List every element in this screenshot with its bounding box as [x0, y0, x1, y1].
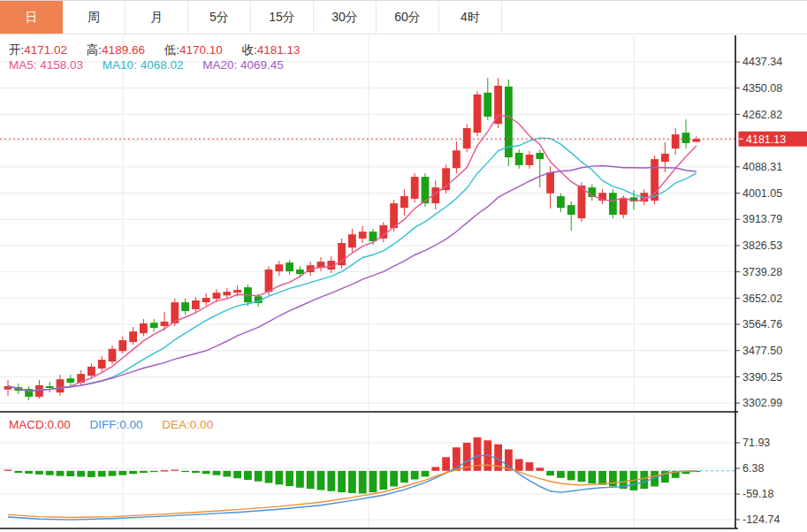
svg-text:3390.25: 3390.25 [742, 371, 782, 384]
macd-label: MACD: [9, 418, 48, 431]
ma20-label: MA20: [202, 58, 237, 72]
quote-row: 开:4171.02 高:4189.66 低:4170.10 收:4181.13 [9, 42, 301, 58]
open-label: 开: [9, 43, 24, 57]
svg-text:4088.31: 4088.31 [742, 161, 782, 173]
open-value: 4171.02 [24, 43, 67, 57]
macd-value: 0.00 [48, 418, 71, 431]
macd-histogram [4, 437, 701, 494]
svg-text:4437.34: 4437.34 [742, 56, 782, 68]
dea-value: 0.00 [190, 418, 213, 431]
svg-text:-59.18: -59.18 [742, 488, 773, 500]
ma10-label: MA10: [103, 58, 137, 72]
svg-text:4262.82: 4262.82 [742, 109, 782, 121]
diff-label: DIFF: [90, 418, 120, 431]
candles-layer [4, 78, 701, 400]
svg-text:3826.53: 3826.53 [742, 239, 782, 252]
high-value: 4189.66 [102, 43, 145, 57]
close-label: 收: [242, 43, 257, 57]
macd-row: MACD:0.00 DIFF:0.00 DEA:0.00 [9, 418, 213, 431]
svg-text:3302.99: 3302.99 [742, 397, 782, 409]
svg-text:4350.08: 4350.08 [742, 82, 782, 95]
diff-value: 0.00 [119, 418, 142, 431]
svg-text:3477.50: 3477.50 [742, 345, 782, 357]
svg-text:3564.76: 3564.76 [742, 318, 782, 331]
svg-text:3652.02: 3652.02 [742, 293, 782, 305]
high-label: 高: [87, 43, 102, 57]
svg-text:4181.13: 4181.13 [746, 133, 786, 146]
ma5-label: MA5: [9, 58, 37, 72]
close-value: 4181.13 [257, 43, 301, 57]
svg-text:6.38: 6.38 [742, 462, 764, 475]
svg-text:3913.79: 3913.79 [742, 213, 782, 225]
kline-app: 日周月5分15分30分60分4时 4437.344350.084262.8240… [0, 0, 807, 532]
low-value: 4170.10 [179, 43, 223, 57]
dea-label: DEA: [162, 418, 190, 431]
ma-row: MA5: 4158.03 MA10: 4068.02 MA20: 4069.45 [9, 58, 284, 72]
price-axis-labels: 4437.344350.084262.824088.314001.053913.… [735, 56, 782, 526]
price-tag: 4181.13 [739, 132, 807, 147]
svg-text:71.93: 71.93 [742, 437, 770, 449]
svg-text:3739.28: 3739.28 [742, 266, 782, 278]
svg-text:-124.74: -124.74 [742, 513, 780, 526]
main-grid [0, 35, 735, 528]
ma10-value: 4068.02 [141, 58, 184, 72]
ma20-value: 4069.45 [240, 58, 284, 72]
kline-chart[interactable]: 4437.344350.084262.824088.314001.053913.… [0, 0, 807, 532]
svg-text:4001.05: 4001.05 [742, 187, 782, 200]
low-label: 低: [164, 43, 179, 57]
ma5-value: 4158.03 [40, 58, 83, 72]
